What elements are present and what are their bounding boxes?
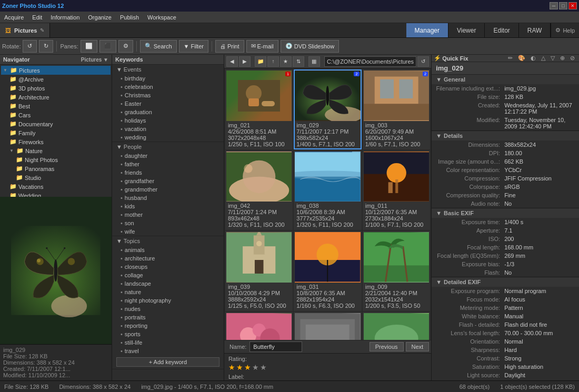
tree-item-best[interactable]: 📁 Best bbox=[1, 102, 111, 110]
tree-item-3dphotos[interactable]: 📁 3D photos bbox=[1, 84, 111, 93]
view-btn[interactable]: ▦ bbox=[308, 56, 320, 67]
kw-wedding[interactable]: •wedding bbox=[112, 133, 224, 142]
kw-holidays[interactable]: •holidays bbox=[112, 116, 224, 125]
thumb-img039[interactable]: img_039 10/10/2008 4:29 PM 3888x2592x24 … bbox=[225, 231, 293, 311]
tree-item-cars[interactable]: 📁 Cars bbox=[1, 110, 111, 119]
star-5[interactable]: ★ bbox=[260, 363, 267, 371]
pictures-dropdown[interactable]: Pictures ▼ bbox=[81, 57, 108, 63]
thumb-img031[interactable]: img_031 10/8/2007 6:35 AM 2882x1954x24 1… bbox=[294, 231, 361, 311]
tool-icon-4[interactable]: △ bbox=[539, 55, 547, 62]
kw-mother[interactable]: •mother bbox=[112, 210, 224, 219]
forward-btn[interactable]: ▶ bbox=[239, 56, 251, 67]
details-header[interactable]: ▼ Details bbox=[432, 131, 579, 140]
thumb-extra3[interactable] bbox=[363, 312, 430, 340]
thumb-extra1[interactable] bbox=[225, 312, 293, 340]
kw-kids[interactable]: •kids bbox=[112, 202, 224, 210]
kw-architecture[interactable]: •architecture bbox=[112, 254, 224, 263]
pane-btn-2[interactable]: ⬛ bbox=[99, 40, 116, 53]
tool-icon-7[interactable]: ⊘ bbox=[568, 55, 577, 62]
tool-icon-3[interactable]: ◐ bbox=[528, 55, 538, 62]
kw-nature[interactable]: •nature bbox=[112, 288, 224, 296]
help-text[interactable]: Help bbox=[563, 27, 575, 34]
menu-information[interactable]: Information bbox=[46, 13, 84, 22]
star-1[interactable]: ★ bbox=[228, 363, 235, 371]
kw-still-life[interactable]: •still-life bbox=[112, 338, 224, 347]
star-2[interactable]: ★ bbox=[236, 363, 243, 371]
tree-item-wedding[interactable]: 📁 Wedding bbox=[1, 191, 111, 197]
kw-friends[interactable]: •friends bbox=[112, 168, 224, 177]
kw-grandfather[interactable]: •grandfather bbox=[112, 177, 224, 185]
kw-travel[interactable]: •travel bbox=[112, 347, 224, 355]
search-btn[interactable]: 🔍 Search bbox=[140, 40, 177, 53]
rotate-cw-btn[interactable]: ↻ bbox=[39, 40, 53, 53]
thumb-img009[interactable]: img_009 2/21/2004 12:40 PM 2032x1541x24 … bbox=[363, 231, 430, 311]
filter-btn[interactable]: ▼ Filter bbox=[179, 40, 208, 53]
settings-icon[interactable]: ⚙ bbox=[555, 27, 561, 34]
tree-item-family[interactable]: 📁 Family bbox=[1, 128, 111, 137]
tree-item-architecture[interactable]: 📁 Architecture bbox=[1, 93, 111, 102]
kw-night-photography[interactable]: •night photography bbox=[112, 296, 224, 305]
thumb-img029[interactable]: 2 img_029 7/11/2007 12:17 PM 388x582x24 … bbox=[294, 69, 361, 149]
kw-topics-header[interactable]: ▼ Topics bbox=[112, 236, 224, 246]
kw-closeups[interactable]: •closeups bbox=[112, 263, 224, 271]
tree-item-pictures[interactable]: ▼ 📁 Pictures bbox=[1, 66, 111, 75]
basic-exif-header[interactable]: ▼ Basic EXIF bbox=[432, 208, 579, 218]
maximize-btn[interactable]: □ bbox=[559, 2, 567, 9]
tree-item-documentary[interactable]: 📁 Documentary bbox=[1, 119, 111, 128]
tree-item-nature[interactable]: ▼ 📁 Nature bbox=[1, 146, 111, 155]
kw-collage[interactable]: •collage bbox=[112, 271, 224, 279]
tree-item-fireworks[interactable]: 📁 Fireworks bbox=[1, 137, 111, 146]
tree-item-vacations[interactable]: 📁 Vacations bbox=[1, 182, 111, 191]
kw-sports[interactable]: •sports bbox=[112, 330, 224, 338]
kw-nudes[interactable]: •nudes bbox=[112, 305, 224, 313]
sort-btn[interactable]: ⇅ bbox=[293, 56, 304, 67]
kw-landscape[interactable]: •landscape bbox=[112, 279, 224, 288]
kw-grandmother[interactable]: •grandmother bbox=[112, 185, 224, 194]
folder-btn[interactable]: 📁 bbox=[255, 56, 266, 67]
kw-people-header[interactable]: ▼ People bbox=[112, 142, 224, 152]
menu-organize[interactable]: Organize bbox=[84, 13, 116, 22]
tree-item-studio[interactable]: 📁 Studio bbox=[1, 173, 111, 182]
pane-btn-3[interactable]: ⚙ bbox=[118, 40, 133, 53]
kw-easter[interactable]: •Easter bbox=[112, 99, 224, 108]
menu-workspace[interactable]: Workspace bbox=[143, 13, 181, 22]
kw-animals[interactable]: •animals bbox=[112, 246, 224, 254]
general-header[interactable]: ▼ General bbox=[432, 75, 579, 84]
star-3[interactable]: ★ bbox=[244, 363, 251, 371]
pictures-edit-icon[interactable]: ✎ bbox=[40, 27, 44, 33]
detailed-exif-header[interactable]: ▼ Detailed EXIF bbox=[432, 277, 579, 287]
tool-icon-5[interactable]: ▽ bbox=[548, 55, 557, 62]
email-btn[interactable]: ✉ E-mail bbox=[246, 40, 278, 53]
tab-manager[interactable]: Manager bbox=[406, 23, 448, 37]
kw-wife[interactable]: •wife bbox=[112, 227, 224, 236]
close-btn[interactable]: ✕ bbox=[568, 2, 577, 9]
prev-btn[interactable]: Previous bbox=[370, 342, 404, 351]
rotate-ccw-btn[interactable]: ↺ bbox=[23, 40, 37, 53]
fav-btn[interactable]: ★ bbox=[280, 56, 292, 67]
kw-son[interactable]: •son bbox=[112, 219, 224, 227]
menu-edit[interactable]: Edit bbox=[28, 13, 46, 22]
name-input[interactable] bbox=[249, 341, 302, 352]
tab-editor[interactable]: Editor bbox=[485, 23, 518, 37]
tree-item-archive[interactable]: 📁 @Archive bbox=[1, 75, 111, 84]
thumb-img021[interactable]: 1 img_021 4/26/2008 8:51 AM 3072x2048x48… bbox=[225, 69, 293, 149]
kw-father[interactable]: •father bbox=[112, 160, 224, 168]
kw-husband[interactable]: •husband bbox=[112, 194, 224, 202]
thumb-img003[interactable]: 2 img_003 6/20/2007 9:49 AM 1600x1067x24… bbox=[363, 69, 430, 149]
tree-item-nightphotos[interactable]: 📁 Night Photos bbox=[1, 155, 111, 164]
star-4[interactable]: ★ bbox=[252, 363, 259, 371]
dvd-btn[interactable]: 💿 DVD Slideshow bbox=[281, 40, 339, 53]
next-btn[interactable]: Next bbox=[406, 342, 430, 351]
pictures-tab-label[interactable]: Pictures bbox=[14, 27, 37, 34]
tab-raw[interactable]: RAW bbox=[519, 23, 551, 37]
tool-icon-6[interactable]: ⊕ bbox=[558, 55, 567, 62]
tool-icon-1[interactable]: ✏ bbox=[506, 55, 515, 62]
kw-portraits[interactable]: •portraits bbox=[112, 313, 224, 321]
kw-reporting[interactable]: •reporting bbox=[112, 321, 224, 330]
kw-vacation[interactable]: •vacation bbox=[112, 125, 224, 133]
thumb-extra2[interactable] bbox=[294, 312, 361, 340]
thumb-img011[interactable]: img_011 10/12/2007 6:35 AM 2730x1884x24 … bbox=[363, 150, 430, 230]
thumb-img042[interactable]: img_042 7/11/2007 1:24 PM 893x462x48 1/3… bbox=[225, 150, 293, 230]
tab-viewer[interactable]: Viewer bbox=[448, 23, 485, 37]
print-btn[interactable]: 🖨 Print bbox=[215, 40, 244, 53]
